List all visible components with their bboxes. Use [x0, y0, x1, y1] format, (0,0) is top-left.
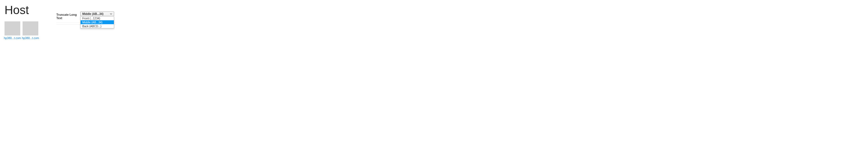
truncate-option-front[interactable]: Front (...1234) [81, 16, 114, 20]
host-tile[interactable]: hp380...t.com [23, 22, 38, 40]
truncate-select-button[interactable]: Middle (AB...34) [80, 11, 114, 16]
host-link[interactable]: hp380...t.com [4, 37, 21, 40]
host-thumbnail [23, 22, 38, 35]
truncate-select-value: Middle (AB...34) [82, 12, 103, 15]
truncate-option-middle[interactable]: Middle (AB...34) [81, 20, 114, 24]
truncate-select: Middle (AB...34) Front (...1234) Middle … [80, 11, 114, 16]
setting-label: Truncate Long Text [56, 12, 80, 20]
truncate-option-back[interactable]: Back (ABCD...) [81, 24, 114, 28]
host-link[interactable]: hp380...t.com [22, 37, 39, 40]
host-tile[interactable]: hp380...t.com [4, 22, 20, 40]
host-thumbnail [4, 22, 20, 35]
chevron-down-icon [110, 13, 112, 15]
truncate-dropdown: Front (...1234) Middle (AB...34) Back (A… [80, 16, 114, 28]
